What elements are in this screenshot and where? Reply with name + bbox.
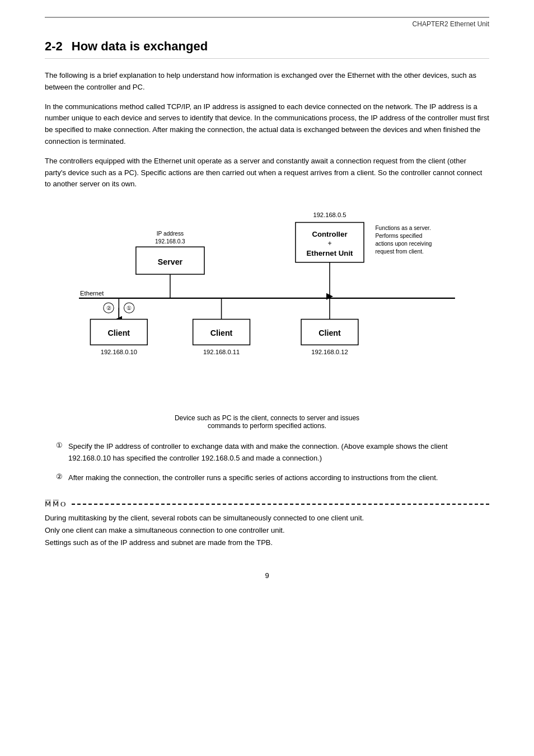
item-1-num: ① bbox=[56, 441, 68, 464]
caption-line1: Device such as PC is the client, connect… bbox=[45, 414, 489, 422]
paragraph-1: The following is a brief explanation to … bbox=[45, 70, 489, 93]
svg-text:192.168.0.10: 192.168.0.10 bbox=[101, 349, 137, 355]
section-title-text: How data is exchanged bbox=[72, 39, 208, 53]
svg-text:Ethernet Unit: Ethernet Unit bbox=[306, 249, 353, 257]
page: CHAPTER2 Ethernet Unit 2-2How data is ex… bbox=[0, 0, 534, 613]
svg-text:Client: Client bbox=[210, 328, 233, 337]
item-2-num: ② bbox=[56, 472, 68, 484]
numbered-item-2: ② After making the connection, the contr… bbox=[56, 472, 489, 484]
memo-line-1: During multitasking by the client, sever… bbox=[45, 512, 489, 524]
network-diagram: 192.168.0.5 Controller + Ethernet Unit F… bbox=[45, 207, 489, 397]
header-line bbox=[45, 17, 489, 18]
memo-content: During multitasking by the client, sever… bbox=[45, 512, 489, 549]
svg-text:192.168.0.5: 192.168.0.5 bbox=[313, 212, 346, 218]
memo-line-3: Settings such as of the IP address and s… bbox=[45, 537, 489, 549]
item-2-text: After making the connection, the control… bbox=[68, 472, 438, 484]
svg-text:IP address: IP address bbox=[157, 231, 184, 237]
svg-text:①: ① bbox=[127, 305, 132, 311]
paragraph-3: The controllers equipped with the Ethern… bbox=[45, 156, 489, 190]
paragraph-2: In the communications method called TCP/… bbox=[45, 101, 489, 148]
diagram-caption: Device such as PC is the client, connect… bbox=[45, 414, 489, 430]
svg-text:192.168.0.3: 192.168.0.3 bbox=[155, 238, 185, 245]
svg-text:②: ② bbox=[106, 305, 111, 311]
memo-label: M⃜M⃜O bbox=[45, 500, 67, 509]
page-number: 9 bbox=[45, 571, 489, 580]
svg-text:+: + bbox=[327, 240, 331, 247]
svg-text:Ethernet: Ethernet bbox=[80, 290, 104, 297]
section-title: 2-2How data is exchanged bbox=[45, 39, 489, 59]
item-1-text: Specify the IP address of controller to … bbox=[68, 441, 489, 464]
numbered-item-1: ① Specify the IP address of controller t… bbox=[56, 441, 489, 464]
section-number: 2-2 bbox=[45, 39, 63, 53]
memo-dashes-line bbox=[72, 504, 489, 505]
svg-text:actions upon receiving: actions upon receiving bbox=[375, 241, 432, 247]
svg-text:192.168.0.12: 192.168.0.12 bbox=[311, 349, 348, 355]
memo-line-2: Only one client can make a simultaneous … bbox=[45, 524, 489, 537]
svg-text:Performs specified: Performs specified bbox=[375, 233, 422, 239]
svg-text:request from client.: request from client. bbox=[375, 249, 423, 255]
svg-text:Server: Server bbox=[158, 257, 183, 266]
svg-text:Client: Client bbox=[108, 328, 130, 337]
svg-text:Functions as a server.: Functions as a server. bbox=[375, 225, 430, 231]
svg-text:192.168.0.11: 192.168.0.11 bbox=[203, 349, 240, 355]
header-chapter: CHAPTER2 Ethernet Unit bbox=[45, 20, 489, 28]
memo-header: M⃜M⃜O bbox=[45, 500, 489, 509]
caption-line2: commands to perform specified actions. bbox=[45, 422, 489, 430]
svg-text:Client: Client bbox=[318, 328, 341, 337]
svg-text:Controller: Controller bbox=[312, 230, 347, 238]
